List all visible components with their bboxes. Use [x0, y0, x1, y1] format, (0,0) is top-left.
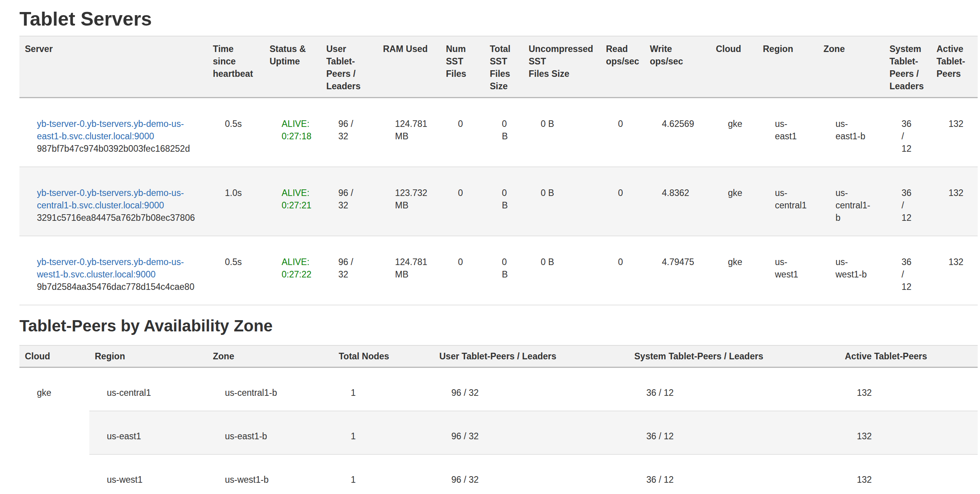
col-header-ram-used: RAM Used	[378, 36, 440, 98]
zone-cell: us-west1-b	[207, 454, 333, 494]
section-title-tablet-peers-by-az: Tablet-Peers by Availability Zone	[19, 316, 980, 336]
col-header-uncompressed-sst-files-size: Uncompressed SST Files Size	[523, 36, 601, 98]
time-since-heartbeat-cell: 0.5s	[207, 236, 264, 305]
col-header-region: Region	[89, 345, 207, 367]
cloud-cell: gke	[710, 167, 757, 236]
zone-cell: us- west1-b	[818, 236, 884, 305]
cloud-cell: gke	[19, 367, 89, 494]
active-tablet-peers-cell: 132	[931, 98, 978, 167]
col-header-system-tablet-peers: System Tablet-Peers / Leaders	[629, 345, 839, 367]
region-cell: us- west1	[757, 236, 818, 305]
user-tablet-peers-cell: 96 / 32	[321, 236, 378, 305]
active-tablet-peers-cell: 132	[931, 236, 978, 305]
system-tablet-peers-cell: 36 / 12	[629, 411, 839, 454]
cloud-cell: gke	[710, 236, 757, 305]
region-cell: us- central1	[757, 167, 818, 236]
col-header-status-uptime: Status & Uptime	[264, 36, 321, 98]
col-header-total-sst-files-size: Total SST Files Size	[484, 36, 523, 98]
system-tablet-peers-cell: 36 / 12	[884, 236, 931, 305]
status-uptime-cell: ALIVE: 0:27:18	[264, 98, 321, 167]
col-header-user-tablet-peers: User Tablet-Peers / Leaders	[434, 345, 629, 367]
col-header-user-tablet-peers: User Tablet- Peers / Leaders	[321, 36, 378, 98]
time-since-heartbeat-cell: 1.0s	[207, 167, 264, 236]
server-link[interactable]: yb-tserver-0.yb-tservers.yb-demo-us- eas…	[37, 119, 184, 141]
user-tablet-peers-cell: 96 / 32	[434, 367, 629, 411]
cloud-cell: gke	[710, 98, 757, 167]
zone-cell: us-east1-b	[207, 411, 333, 454]
num-sst-files-cell: 0	[440, 167, 484, 236]
table-row: yb-tserver-0.yb-tservers.yb-demo-us- wes…	[19, 236, 978, 305]
zone-cell: us-central1-b	[207, 367, 333, 411]
write-ops-cell: 4.8362	[644, 167, 710, 236]
col-header-read-ops: Read ops/sec	[601, 36, 644, 98]
total-sst-files-size-cell: 0 B	[484, 98, 523, 167]
total-sst-files-size-cell: 0 B	[484, 167, 523, 236]
user-tablet-peers-cell: 96 / 32	[434, 454, 629, 494]
server-uuid: 3291c5716ea84475a762b7b08ec37806	[37, 211, 202, 224]
col-header-zone: Zone	[207, 345, 333, 367]
active-tablet-peers-cell: 132	[839, 411, 978, 454]
server-cell: yb-tserver-0.yb-tservers.yb-demo-us- eas…	[19, 98, 207, 167]
total-nodes-cell: 1	[333, 411, 434, 454]
region-cell: us-west1	[89, 454, 207, 494]
active-tablet-peers-cell: 132	[839, 454, 978, 494]
ram-used-cell: 123.732 MB	[378, 167, 440, 236]
tablet-servers-table: Server Time since heartbeat Status & Upt…	[19, 36, 978, 305]
table-row: yb-tserver-0.yb-tservers.yb-demo-us- eas…	[19, 98, 978, 167]
ram-used-cell: 124.781 MB	[378, 236, 440, 305]
az-row: us-west1 us-west1-b 1 96 / 32 36 / 12 13…	[19, 454, 978, 494]
region-cell: us-central1	[89, 367, 207, 411]
server-uuid: 9b7d2584aa35476dac778d154c4cae80	[37, 281, 202, 293]
system-tablet-peers-cell: 36 / 12	[629, 367, 839, 411]
active-tablet-peers-cell: 132	[839, 367, 978, 411]
user-tablet-peers-cell: 96 / 32	[321, 98, 378, 167]
az-row: us-east1 us-east1-b 1 96 / 32 36 / 12 13…	[19, 411, 978, 454]
zone-cell: us- east1-b	[818, 98, 884, 167]
col-header-time-since-heartbeat: Time since heartbeat	[207, 36, 264, 98]
active-tablet-peers-cell: 132	[931, 167, 978, 236]
col-header-cloud: Cloud	[19, 345, 89, 367]
server-cell: yb-tserver-0.yb-tservers.yb-demo-us- cen…	[19, 167, 207, 236]
read-ops-cell: 0	[601, 98, 644, 167]
col-header-cloud: Cloud	[710, 36, 757, 98]
page-title: Tablet Servers	[19, 8, 980, 30]
region-cell: us-east1	[89, 411, 207, 454]
server-uuid: 987bf7b47c974b0392b003fec168252d	[37, 142, 202, 155]
zone-cell: us- central1- b	[818, 167, 884, 236]
col-header-active-tablet-peers: Active Tablet-Peers	[839, 345, 978, 367]
col-header-active-tablet-peers: Active Tablet- Peers	[931, 36, 978, 98]
col-header-server: Server	[19, 36, 207, 98]
num-sst-files-cell: 0	[440, 98, 484, 167]
table-row: yb-tserver-0.yb-tservers.yb-demo-us- cen…	[19, 167, 978, 236]
col-header-write-ops: Write ops/sec	[644, 36, 710, 98]
server-cell: yb-tserver-0.yb-tservers.yb-demo-us- wes…	[19, 236, 207, 305]
col-header-system-tablet-peers: System Tablet- Peers / Leaders	[884, 36, 931, 98]
tablet-servers-header-row: Server Time since heartbeat Status & Upt…	[19, 36, 978, 98]
write-ops-cell: 4.79475	[644, 236, 710, 305]
write-ops-cell: 4.62569	[644, 98, 710, 167]
az-row: gke us-central1 us-central1-b 1 96 / 32 …	[19, 367, 978, 411]
system-tablet-peers-cell: 36 / 12	[884, 167, 931, 236]
server-link[interactable]: yb-tserver-0.yb-tservers.yb-demo-us- cen…	[37, 188, 184, 210]
total-nodes-cell: 1	[333, 367, 434, 411]
server-link[interactable]: yb-tserver-0.yb-tservers.yb-demo-us- wes…	[37, 257, 184, 279]
col-header-region: Region	[757, 36, 818, 98]
system-tablet-peers-cell: 36 / 12	[884, 98, 931, 167]
read-ops-cell: 0	[601, 236, 644, 305]
tablet-peers-by-az-table: Cloud Region Zone Total Nodes User Table…	[19, 345, 978, 494]
total-sst-files-size-cell: 0 B	[484, 236, 523, 305]
user-tablet-peers-cell: 96 / 32	[321, 167, 378, 236]
ram-used-cell: 124.781 MB	[378, 98, 440, 167]
uncompressed-sst-files-size-cell: 0 B	[523, 98, 601, 167]
region-cell: us- east1	[757, 98, 818, 167]
az-header-row: Cloud Region Zone Total Nodes User Table…	[19, 345, 978, 367]
col-header-num-sst-files: Num SST Files	[440, 36, 484, 98]
total-nodes-cell: 1	[333, 454, 434, 494]
uncompressed-sst-files-size-cell: 0 B	[523, 236, 601, 305]
uncompressed-sst-files-size-cell: 0 B	[523, 167, 601, 236]
system-tablet-peers-cell: 36 / 12	[629, 454, 839, 494]
num-sst-files-cell: 0	[440, 236, 484, 305]
status-uptime-cell: ALIVE: 0:27:21	[264, 167, 321, 236]
col-header-zone: Zone	[818, 36, 884, 98]
user-tablet-peers-cell: 96 / 32	[434, 411, 629, 454]
